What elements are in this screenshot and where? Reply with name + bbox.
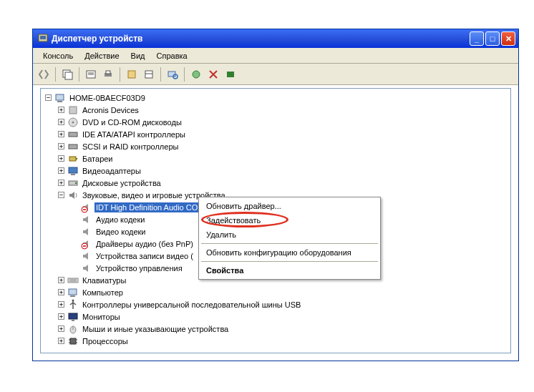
disk-icon	[67, 177, 79, 189]
ctx-update-driver[interactable]: Обновить драйвер...	[200, 199, 379, 213]
svg-rect-40	[72, 320, 74, 321]
category-label: SCSI и RAID контроллеры	[81, 142, 180, 152]
tree-root[interactable]: − HOME-0BAECF03D9	[42, 92, 510, 104]
expander-plus-icon[interactable]: +	[58, 313, 64, 320]
expander-plus-icon[interactable]: +	[58, 301, 64, 308]
menu-view[interactable]: Вид	[125, 49, 151, 62]
expander-minus-icon[interactable]: −	[58, 192, 64, 198]
category-label: Дисковые устройства	[81, 178, 162, 188]
expander-plus-icon[interactable]: +	[58, 338, 64, 344]
device-label: Аудио кодеки	[94, 215, 146, 225]
expander-minus-icon[interactable]: −	[45, 94, 52, 101]
toolbar-properties-button[interactable]	[83, 67, 99, 82]
svg-point-38	[72, 299, 74, 301]
expander-plus-icon[interactable]: +	[58, 325, 64, 332]
toolbar	[33, 64, 518, 85]
menu-action[interactable]: Действие	[79, 49, 125, 62]
expander-plus-icon[interactable]: +	[58, 107, 64, 113]
toolbar-button-9[interactable]	[205, 67, 221, 82]
expander-plus-icon[interactable]: +	[58, 131, 64, 137]
svg-rect-26	[71, 174, 75, 175]
tree-category[interactable]: +Контроллеры универсальной последователь…	[42, 298, 510, 310]
expander-plus-icon[interactable]: +	[58, 155, 64, 162]
category-label: DVD и CD-ROM дисководы	[81, 117, 183, 127]
ctx-rescan[interactable]: Обновить конфигурацию оборудования	[200, 245, 379, 260]
svg-point-14	[193, 71, 200, 78]
toolbar-button-6[interactable]	[141, 67, 157, 82]
tree-category[interactable]: +Видеоадаптеры	[42, 165, 510, 177]
category-label: IDE ATA/ATAPI контроллеры	[81, 129, 187, 139]
toolbar-separator	[79, 67, 79, 82]
mouse-icon	[67, 323, 79, 335]
toolbar-print-button[interactable]	[100, 67, 116, 82]
expander-plus-icon[interactable]: +	[58, 289, 64, 295]
tree-category[interactable]: +Процессоры	[42, 335, 510, 347]
context-menu: Обновить драйвер... Задействовать Удалит…	[198, 197, 381, 280]
ctx-delete[interactable]: Удалить	[200, 227, 379, 242]
svg-rect-21	[69, 132, 77, 137]
sound-device-icon	[81, 250, 92, 262]
tree-category[interactable]: +Дисковые устройства	[42, 177, 510, 189]
minimize-button[interactable]: _	[470, 31, 484, 46]
svg-rect-15	[227, 72, 234, 77]
app-icon	[37, 33, 49, 44]
expander-plus-icon[interactable]: +	[58, 143, 64, 150]
toolbar-scan-button[interactable]	[165, 67, 180, 82]
expander-plus-icon[interactable]: +	[58, 180, 64, 186]
category-label: Видеоадаптеры	[81, 166, 142, 176]
ctx-enable[interactable]: Задействовать	[200, 213, 379, 227]
maximize-button[interactable]: □	[485, 31, 500, 46]
ctx-properties[interactable]: Свойства	[200, 263, 379, 278]
device-label: Драйверы аудио (без PnP)	[94, 239, 195, 249]
close-button[interactable]: ✕	[501, 31, 515, 46]
expander-plus-icon[interactable]: +	[58, 277, 64, 283]
toolbar-button-5[interactable]	[124, 67, 140, 82]
svg-rect-24	[76, 158, 77, 160]
root-label: HOME-0BAECF03D9	[68, 93, 147, 103]
sound-icon	[67, 190, 79, 201]
svg-rect-33	[68, 278, 78, 283]
svg-rect-12	[168, 72, 175, 77]
tree-category[interactable]: +Мониторы	[42, 310, 510, 323]
toolbar-separator	[184, 67, 185, 82]
device-manager-window: Диспетчер устройств _ □ ✕ Консоль Действ…	[32, 29, 519, 361]
tree-category[interactable]: +Acronis Devices	[42, 104, 510, 116]
battery-icon	[67, 153, 79, 165]
sound-device-icon	[81, 238, 92, 250]
keyboard-icon	[67, 275, 79, 286]
tree-category[interactable]: +Компьютер	[42, 286, 510, 298]
toolbar-separator	[160, 67, 161, 82]
category-label: Мыши и иные указывающие устройства	[81, 324, 230, 334]
usb-icon	[67, 299, 79, 310]
tree-category[interactable]: +SCSI и RAID контроллеры	[42, 140, 510, 152]
sound-device-icon	[81, 263, 92, 274]
svg-rect-36	[69, 289, 77, 295]
menu-console[interactable]: Консоль	[37, 49, 79, 62]
toolbar-button-2[interactable]	[59, 67, 75, 82]
expander-plus-icon[interactable]: +	[58, 119, 64, 125]
sound-device-icon	[81, 226, 92, 237]
tree-category[interactable]: +Мыши и иные указывающие устройства	[42, 323, 510, 335]
expander-plus-icon[interactable]: +	[58, 167, 64, 174]
tree-category[interactable]: +IDE ATA/ATAPI контроллеры	[42, 128, 510, 140]
tree-category[interactable]: +Батареи	[42, 152, 510, 165]
titlebar: Диспетчер устройств _ □ ✕	[33, 29, 518, 48]
sound-device-icon	[81, 202, 92, 213]
tree-category[interactable]: +DVD и CD-ROM дисководы	[42, 116, 510, 128]
display-icon	[67, 165, 79, 177]
svg-rect-1	[40, 36, 46, 39]
svg-rect-8	[106, 71, 110, 74]
toolbar-button-8[interactable]	[188, 67, 204, 82]
ide-icon	[67, 129, 79, 140]
cd-icon	[67, 117, 79, 128]
menu-help[interactable]: Справка	[151, 49, 193, 62]
ctx-separator	[201, 261, 378, 262]
svg-rect-39	[69, 313, 77, 319]
svg-rect-9	[128, 71, 135, 78]
computer-icon	[54, 92, 66, 104]
toolbar-button-1[interactable]	[36, 67, 52, 82]
toolbar-button-10[interactable]	[223, 67, 238, 82]
device-label: Устройства записи видео (	[94, 251, 195, 261]
svg-rect-43	[70, 338, 76, 344]
category-label: Контроллеры универсальной последовательн…	[81, 300, 302, 310]
